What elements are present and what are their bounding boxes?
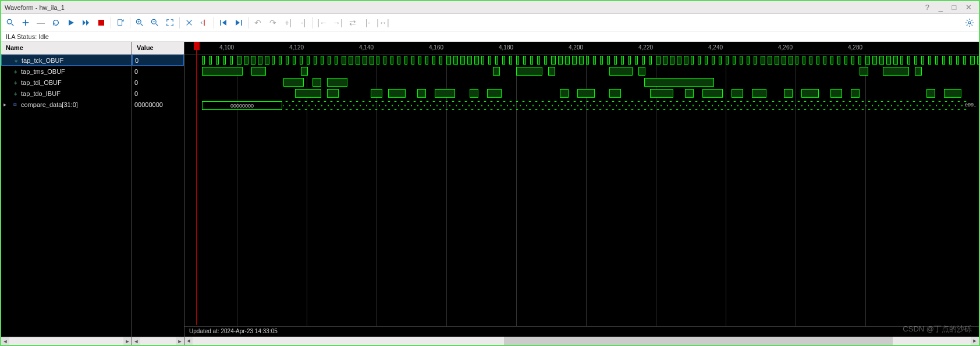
bus-final-label: e99.. [965,102,977,108]
expand-icon[interactable]: ▸ [3,101,9,108]
refresh-icon[interactable] [49,16,63,30]
bus-segment [629,101,635,110]
bus-segment [936,101,943,110]
waveform-row[interactable] [184,77,979,88]
bus-segment [744,101,751,110]
signal-name-row[interactable]: ▸⧈compare_data[31:0] [1,99,132,110]
waveform-row[interactable] [184,88,979,99]
value-scrollbar[interactable]: ◄ ► [132,337,184,345]
name-scrollbar[interactable]: ◄ ► [1,337,132,345]
window-buttons[interactable]: ? _ □ ✕ [925,3,975,12]
wave-segment [649,56,652,65]
scroll-left-icon[interactable]: ◄ [184,337,193,345]
zoom-in-icon[interactable] [133,16,147,30]
signal-value-row[interactable]: 0 [132,55,184,66]
wave-segment [712,56,715,65]
run-all-icon[interactable] [79,16,93,30]
delete-marker-icon[interactable]: |- [361,16,375,30]
bus-segment [783,101,789,110]
zoom-fit-icon[interactable] [163,16,177,30]
wave-segment [572,56,577,65]
time-ruler[interactable]: 4,1004,1204,1404,1604,1804,2004,2204,240… [184,42,979,55]
next-transition-icon[interactable]: ↷ [266,16,280,30]
wave-segment [803,56,805,65]
scroll-right-icon[interactable]: ► [123,337,132,345]
waveform-scrollbar[interactable]: ◄ ► [184,337,979,345]
add-marker-icon[interactable]: +| [281,16,295,30]
signal-value-row[interactable]: 00000000 [132,99,184,110]
clear-markers-icon[interactable]: |↔| [376,16,390,30]
next-marker-icon[interactable]: →| [331,16,345,30]
remove-marker-icon[interactable]: -| [296,16,310,30]
wave-segment [502,56,505,65]
waveform-row[interactable] [184,66,979,77]
time-cursor-marker[interactable] [194,42,200,50]
signal-name-row[interactable]: ⏚tap_tms_OBUF [1,66,132,77]
wave-segment [565,56,570,65]
signal-name-row[interactable]: ⏚tap_tdi_OBUF [1,77,132,88]
swap-marker-icon[interactable]: ⇄ [346,16,360,30]
settings-icon[interactable] [963,16,977,30]
signal-name-row[interactable]: ⏚tap_tdo_IBUF [1,88,132,99]
scroll-left-icon[interactable]: ◄ [132,337,140,345]
signal-value-list[interactable]: 000000000000 [132,55,184,337]
bus-segment [821,101,828,110]
separator [248,17,248,28]
bus-segment [283,101,290,110]
goto-cursor-icon[interactable] [182,16,196,30]
scroll-right-icon[interactable]: ► [176,337,184,345]
signal-value-text: 0 [135,57,139,64]
time-tick: 4,140 [359,44,374,51]
wave-segment [754,56,757,65]
scroll-thumb[interactable] [504,337,893,345]
waveform-body[interactable]: 00000000e99.. [184,55,979,326]
add-icon[interactable] [19,16,33,30]
signal-name-row[interactable]: ⏚tap_tck_OBUF [1,55,132,66]
remove-icon[interactable]: — [34,16,48,30]
scroll-left-icon[interactable]: ◄ [1,337,9,345]
bus-segment [789,101,796,110]
signal-value-text: 0 [134,90,138,97]
wave-segment [719,56,722,65]
bus-segment [904,101,911,110]
wave-segment [411,56,414,65]
search-icon[interactable] [3,16,17,30]
wave-segment [893,56,898,65]
wave-segment [283,78,304,87]
bus-segment [552,101,559,110]
signal-name-text: tap_tdo_IBUF [21,90,61,97]
wave-segment [530,56,533,65]
prev-transition-icon[interactable]: ↶ [251,16,265,30]
ila-status-text: ILA Status: Idle [6,33,49,40]
waveform-viewer[interactable]: 4,1004,1204,1404,1604,1804,2004,2204,240… [184,42,979,345]
zoom-out-icon[interactable] [148,16,162,30]
waveform-row[interactable] [184,55,979,66]
waveform-bus-row[interactable]: 00000000e99.. [184,99,979,110]
signal-value-row[interactable]: 0 [132,77,184,88]
scroll-track[interactable] [193,337,971,345]
scroll-right-icon[interactable]: ► [971,337,979,345]
signal-value-row[interactable]: 0 [132,66,184,77]
export-icon[interactable] [113,16,127,30]
bus-segment [764,101,770,110]
run-icon[interactable] [64,16,78,30]
stop-icon[interactable] [94,16,108,30]
goto-time-icon[interactable] [197,16,211,30]
signal-value-row[interactable]: 0 [132,88,184,99]
wave-segment [453,56,458,65]
wave-segment [768,56,772,65]
wave-segment [390,56,393,65]
prev-marker-icon[interactable]: |← [315,16,329,30]
prev-edge-icon[interactable] [216,16,230,30]
wave-segment [775,56,779,65]
bus-segment [584,101,591,110]
signal-name-list[interactable]: ⏚tap_tck_OBUF⏚tap_tms_OBUF⏚tap_tdi_OBUF⏚… [1,55,132,337]
wave-segment [223,56,226,65]
next-edge-icon[interactable] [232,16,246,30]
signal-value-text: 00000000 [134,101,163,108]
bus-segment [802,101,808,110]
wave-segment [593,56,596,65]
time-tick: 4,180 [499,44,513,51]
time-cursor-line[interactable] [196,42,197,325]
bus-segment [559,101,565,110]
